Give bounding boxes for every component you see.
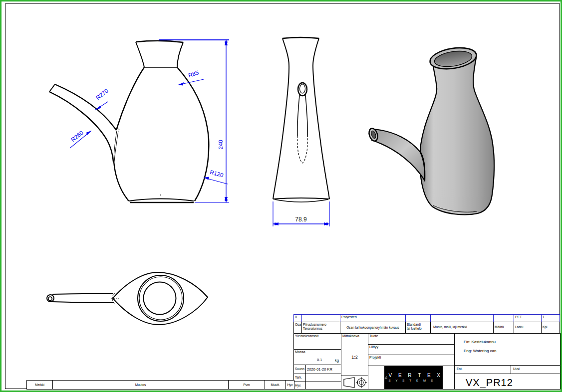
iso-view bbox=[367, 45, 494, 215]
massa-cell: Massa 0.1 kg bbox=[293, 349, 341, 365]
iso-spout bbox=[372, 129, 425, 181]
projection-symbol-cell bbox=[341, 376, 368, 390]
revision-merkki-cell: Merkki bbox=[26, 380, 53, 390]
names-cell: Fin: Kastelukannu Eng: Watering can bbox=[454, 333, 561, 366]
parts-row-muoto-cell bbox=[430, 314, 494, 322]
header-maara: Määrä bbox=[493, 322, 514, 334]
logo-line2: S Y S T E M S bbox=[388, 379, 443, 382]
dim-height-240: 240 bbox=[218, 140, 224, 149]
header-osa: Osa bbox=[293, 322, 302, 334]
header-kuvaus: Osan tai kokoonpanoryhmän kuvaus bbox=[340, 322, 406, 334]
header-laatu: Laatu bbox=[514, 322, 542, 334]
drawing-number: VX_PR12 bbox=[466, 377, 513, 389]
drawing-number-cell: VX_PR12 bbox=[454, 374, 561, 390]
parts-row-osa-cell: 0 bbox=[293, 314, 302, 322]
ent-cell: Ent. bbox=[454, 365, 511, 374]
dim-r260: R260 bbox=[70, 130, 84, 143]
revision-hyv-cell: Hyv bbox=[285, 380, 294, 390]
projekti-cell: Projekti bbox=[368, 355, 455, 366]
liittyy-cell: Liittyy bbox=[368, 344, 455, 355]
side-view bbox=[273, 37, 329, 202]
hyv-label-cell: Hyv. bbox=[293, 382, 306, 390]
first-angle-projection-icon bbox=[341, 376, 368, 389]
dim-r85: R85 bbox=[188, 69, 200, 78]
front-view-dimensions: R85 R270 R260 R120 240 bbox=[70, 40, 229, 202]
vertex-systems-logo: V E R T E X S Y S T E M S bbox=[384, 366, 443, 389]
yleistoleranssit-cell: Yleistoleranssit bbox=[293, 333, 341, 350]
parts-row-maara-cell bbox=[493, 314, 514, 322]
header-kpl: Kpl bbox=[541, 322, 560, 334]
massa-unit: kg bbox=[335, 358, 339, 363]
scale-value: 1:2 bbox=[341, 355, 368, 360]
header-standardi: Standarditai luettelo bbox=[405, 322, 431, 334]
uusi-cell: Uusi bbox=[511, 365, 561, 374]
tark-value-cell bbox=[305, 374, 341, 382]
header-piirustusnumero: PiirustusnumeroTavaratunnus bbox=[301, 322, 340, 334]
logo-line1: V E R T E X bbox=[388, 373, 443, 378]
iso-body bbox=[420, 55, 494, 214]
vertex-logo-triangles-icon bbox=[384, 367, 387, 388]
parts-row-standard-cell bbox=[405, 314, 431, 322]
hyv-value-cell bbox=[305, 382, 341, 390]
header-muoto: Muoto, malli, laji merkki bbox=[430, 322, 494, 334]
tark-label-cell: Tark. bbox=[293, 374, 306, 382]
parts-row-kpl-cell: 1 bbox=[541, 314, 560, 322]
dim-width-789: 78.9 bbox=[295, 216, 307, 223]
parts-row-number-cell bbox=[301, 314, 340, 322]
parts-row-description-cell: Polyesteri bbox=[340, 314, 406, 322]
eng-name: Eng: Watering can bbox=[464, 349, 497, 354]
spout-lower-edge bbox=[49, 92, 113, 162]
massa-value: 0.1 bbox=[317, 358, 322, 362]
mittakaava-cell: Mittakaava 1:2 bbox=[341, 333, 368, 376]
dim-r120: R120 bbox=[209, 169, 224, 178]
fin-name: Fin: Kastelukannu bbox=[464, 340, 496, 345]
side-view-dimension: 78.9 bbox=[273, 201, 329, 226]
revision-muutt-cell: Muutt. bbox=[265, 380, 286, 390]
suunn-label-cell: Suunn bbox=[293, 365, 306, 374]
front-view bbox=[49, 41, 209, 202]
revision-muutos-cell: Muutos bbox=[52, 380, 229, 390]
parts-row-laatu-cell: PET bbox=[514, 314, 542, 322]
tuote-cell: Tuote bbox=[368, 333, 455, 345]
suunn-value-cell: 2020-01-20 KR bbox=[305, 365, 341, 374]
top-view bbox=[47, 272, 208, 325]
drawing-sheet: R85 R270 R260 R120 240 bbox=[0, 0, 562, 392]
revision-pvm-cell: Pvm bbox=[228, 380, 265, 390]
dim-r270: R270 bbox=[95, 88, 109, 101]
